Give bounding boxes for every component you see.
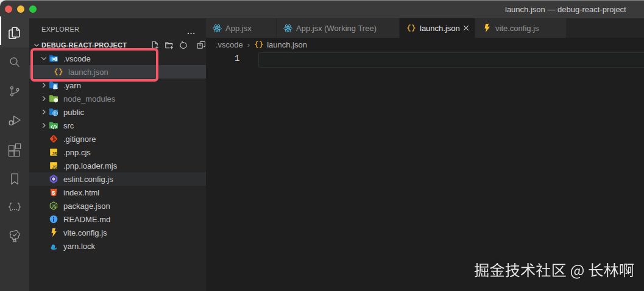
svg-text:JS: JS — [52, 165, 57, 169]
svg-text:JS: JS — [52, 204, 57, 208]
svg-text:JS: JS — [52, 152, 57, 156]
svg-text:5: 5 — [52, 190, 55, 196]
